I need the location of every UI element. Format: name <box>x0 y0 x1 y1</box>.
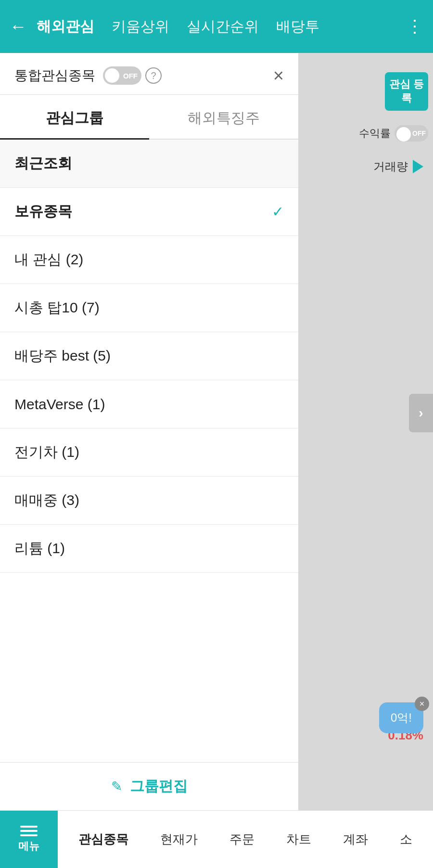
trade-volume-label: 거래량 <box>373 159 408 174</box>
notification-bubble: × 0억! <box>379 702 423 733</box>
edit-pencil-icon: ✎ <box>111 778 122 794</box>
list-item-label-lithium: 리튬 (1) <box>14 539 284 558</box>
more-menu-button[interactable]: ⋮ <box>406 16 423 37</box>
nav-item-realtime[interactable]: 실시간순위 <box>187 17 259 37</box>
bottom-nav-watchlist[interactable]: 관심종목 <box>78 831 128 848</box>
play-icon[interactable] <box>413 160 423 173</box>
menu-label: 메뉴 <box>18 839 39 854</box>
list-item-label-dividend-best: 배당주 best (5) <box>14 346 284 366</box>
unified-toggle[interactable]: OFF <box>103 66 141 85</box>
panel-title: 통합관심종목 <box>14 66 95 85</box>
list-item-ev[interactable]: 전기차 (1) <box>0 428 298 477</box>
list-item-label-my-interest: 내 관심 (2) <box>14 250 284 270</box>
list-item-label-sell: 매매중 (3) <box>14 491 284 510</box>
checkmark-icon: ✓ <box>272 203 284 220</box>
list-item-label-market-cap-top10: 시총 탑10 (7) <box>14 298 284 318</box>
bottom-nav-items: 관심종목 현재가 주문 차트 계좌 소 <box>58 831 433 848</box>
list-item-label-ev: 전기차 (1) <box>14 442 284 462</box>
nav-item-overseas[interactable]: 해외관심 <box>37 17 94 37</box>
list-item-label-holdings: 보유종목 <box>14 202 272 221</box>
tab-overseas-special[interactable]: 해외특징주 <box>149 95 298 139</box>
toggle-label: OFF <box>123 72 138 80</box>
tab-group[interactable]: 관심그룹 <box>0 95 149 139</box>
list-item-recent[interactable]: 최근조회 <box>0 140 298 188</box>
interest-register-button[interactable]: 관심 등록 <box>385 72 428 111</box>
list-item-holdings[interactable]: 보유종목 ✓ <box>0 188 298 236</box>
nav-item-growth[interactable]: 키움상위 <box>112 17 169 37</box>
dropdown-panel: 통합관심종목 OFF ? × 관심그룹 해외특징주 최근조회 <box>0 53 298 810</box>
bottom-nav-chart[interactable]: 차트 <box>286 831 311 848</box>
notification-text: 0억! <box>391 711 412 724</box>
tabs-row: 관심그룹 해외특징주 <box>0 95 298 140</box>
bottom-nav-current-price[interactable]: 현재가 <box>160 831 198 848</box>
list-item-label-recent: 최근조회 <box>14 154 284 173</box>
yield-toggle[interactable] <box>395 125 428 142</box>
back-button[interactable]: ← <box>10 16 27 37</box>
toggle-container: OFF ? <box>103 66 162 85</box>
edit-group-bar[interactable]: ✎ 그룹편집 <box>0 762 298 810</box>
bottom-nav-more[interactable]: 소 <box>400 831 412 848</box>
menu-button[interactable]: 메뉴 <box>0 811 58 868</box>
list-item-dividend-best[interactable]: 배당주 best (5) <box>0 332 298 380</box>
main-area: 관심 등록 거래량 수익률 › 통합관심종목 OFF ? × <box>0 53 433 810</box>
panel-header: 통합관심종목 OFF ? × <box>0 53 298 95</box>
list-item-label-metaverse: MetaVerse (1) <box>14 396 284 413</box>
group-list: 최근조회 보유종목 ✓ 내 관심 (2) 시총 탑10 (7) 배당주 best… <box>0 140 298 762</box>
bottom-nav-account[interactable]: 계좌 <box>343 831 368 848</box>
trade-volume-row: 거래량 <box>373 159 423 174</box>
notification-close-button[interactable]: × <box>415 697 429 711</box>
list-item-my-interest[interactable]: 내 관심 (2) <box>0 236 298 284</box>
list-item-market-cap-top10[interactable]: 시총 탑10 (7) <box>0 284 298 332</box>
nav-item-dividend[interactable]: 배당투 <box>276 17 319 37</box>
list-item-sell[interactable]: 매매중 (3) <box>0 477 298 525</box>
help-button[interactable]: ? <box>145 67 162 84</box>
top-navigation: ← 해외관심 키움상위 실시간순위 배당투 ⋮ <box>0 0 433 53</box>
edit-group-label: 그룹편집 <box>130 777 188 796</box>
list-item-metaverse[interactable]: MetaVerse (1) <box>0 380 298 428</box>
close-button[interactable]: × <box>273 66 284 85</box>
hamburger-icon <box>20 826 38 836</box>
nav-items: 해외관심 키움상위 실시간순위 배당투 <box>37 17 401 37</box>
yield-area: 수익률 <box>359 125 428 142</box>
expand-arrow-button[interactable]: › <box>409 394 433 432</box>
yield-label: 수익률 <box>359 126 391 141</box>
list-item-lithium[interactable]: 리튬 (1) <box>0 525 298 573</box>
bottom-bar: 메뉴 관심종목 현재가 주문 차트 계좌 소 <box>0 810 433 868</box>
bottom-nav-order[interactable]: 주문 <box>229 831 255 848</box>
